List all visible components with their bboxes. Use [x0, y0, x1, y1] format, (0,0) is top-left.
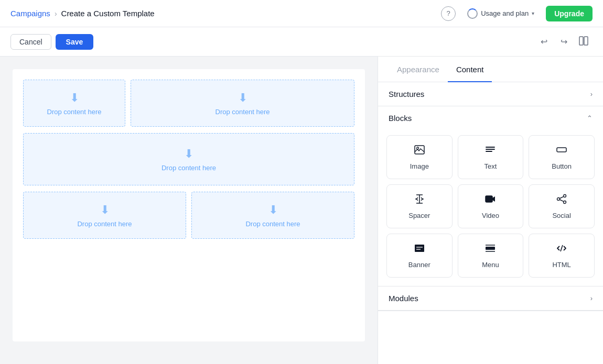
drop-row-1: ⬇ Drop content here ⬇ Drop content here [23, 80, 354, 127]
usage-plan-button[interactable]: Usage and plan ▾ [462, 5, 540, 22]
help-icon: ? [447, 9, 450, 17]
block-video[interactable]: Video [458, 184, 524, 228]
block-menu-label: Menu [482, 261, 499, 269]
modules-section-header[interactable]: Modules › [378, 286, 603, 311]
block-image[interactable]: Image [386, 135, 453, 179]
upgrade-button[interactable]: Upgrade [546, 6, 593, 21]
cancel-button[interactable]: Cancel [10, 34, 51, 50]
drop-row-3: ⬇ Drop content here ⬇ Drop content here [23, 192, 354, 239]
breadcrumb-campaigns[interactable]: Campaigns [10, 9, 50, 18]
block-video-label: Video [482, 212, 499, 219]
help-button[interactable]: ? [441, 6, 456, 21]
drop-label-4: Drop content here [77, 220, 132, 228]
svg-rect-7 [557, 148, 566, 152]
block-banner[interactable]: Banner [386, 234, 453, 278]
blocks-grid: Image Text [378, 130, 603, 286]
svg-rect-1 [584, 37, 588, 45]
drop-icon-4: ⬇ [100, 203, 110, 217]
text-icon [484, 144, 496, 158]
svg-rect-0 [579, 37, 583, 45]
undo-button[interactable]: ↩ [535, 33, 553, 51]
svg-rect-22 [486, 247, 495, 250]
structures-section-header[interactable]: Structures › [378, 82, 603, 106]
spacer-icon [414, 193, 425, 207]
redo-button[interactable]: ↪ [555, 33, 573, 51]
block-button-label: Button [552, 162, 572, 170]
structures-chevron-right-icon: › [590, 90, 593, 98]
svg-rect-19 [415, 245, 424, 252]
drop-label-3: Drop content here [161, 164, 216, 172]
tab-appearance[interactable]: Appearance [389, 57, 448, 82]
view-icon [578, 36, 589, 48]
svg-point-14 [564, 195, 566, 197]
blocks-chevron-up-icon: ⌃ [587, 114, 593, 122]
toolbar: Cancel Save ↩ ↪ [0, 27, 603, 57]
html-icon [556, 242, 567, 257]
block-html-label: HTML [552, 261, 570, 269]
blocks-section-header[interactable]: Blocks ⌃ [378, 106, 603, 130]
toolbar-right: ↩ ↪ [535, 33, 593, 51]
undo-icon: ↩ [541, 37, 547, 47]
svg-rect-13 [486, 196, 492, 202]
block-image-label: Image [410, 162, 429, 170]
drop-label-5: Drop content here [245, 220, 300, 228]
panel-content: Structures › Blocks ⌃ [378, 82, 603, 364]
drop-icon-3: ⬇ [184, 147, 193, 161]
banner-icon [414, 242, 425, 257]
blocks-title: Blocks [389, 114, 412, 123]
modules-chevron-right-icon: › [590, 294, 593, 302]
block-text-label: Text [484, 162, 497, 170]
top-nav-right: ? Usage and plan ▾ Upgrade [441, 5, 593, 22]
structures-title: Structures [389, 90, 424, 98]
drop-icon-2: ⬇ [238, 91, 247, 105]
panel-tabs: Appearance Content [378, 57, 603, 82]
chevron-down-icon: ▾ [532, 10, 534, 16]
usage-plan-icon [467, 8, 478, 19]
image-icon [414, 144, 425, 158]
svg-point-15 [557, 198, 560, 201]
toolbar-left: Cancel Save [10, 34, 93, 50]
breadcrumb: Campaigns › Create a Custom Template [10, 9, 155, 18]
drop-zone-5[interactable]: ⬇ Drop content here [191, 192, 354, 239]
top-nav: Campaigns › Create a Custom Template ? U… [0, 0, 603, 27]
block-social-label: Social [552, 212, 570, 219]
svg-point-3 [416, 147, 418, 149]
menu-icon [484, 242, 496, 257]
drop-label-1: Drop content here [47, 108, 102, 116]
view-toggle-button[interactable] [575, 33, 593, 51]
drop-label-2: Drop content here [216, 108, 270, 116]
main-layout: ⬇ Drop content here ⬇ Drop content here … [0, 57, 603, 364]
button-icon [556, 144, 567, 158]
drop-row-2: ⬇ Drop content here [23, 133, 354, 185]
block-menu[interactable]: Menu [458, 234, 524, 278]
block-spacer-label: Spacer [408, 212, 430, 219]
block-text[interactable]: Text [458, 135, 524, 179]
tab-content[interactable]: Content [448, 57, 492, 82]
svg-point-16 [564, 201, 566, 204]
right-panel: Appearance Content Structures › Blocks ⌃ [378, 57, 603, 364]
svg-line-25 [561, 245, 563, 251]
modules-title: Modules [389, 294, 418, 303]
drop-zone-4[interactable]: ⬇ Drop content here [23, 192, 186, 239]
drop-grid: ⬇ Drop content here ⬇ Drop content here … [23, 80, 354, 239]
block-social[interactable]: Social [529, 184, 595, 228]
drop-zone-2[interactable]: ⬇ Drop content here [131, 80, 354, 127]
drop-zone-3[interactable]: ⬇ Drop content here [23, 133, 354, 185]
page-title: Create a Custom Template [61, 9, 155, 18]
social-icon [556, 193, 567, 207]
save-button[interactable]: Save [56, 34, 94, 50]
video-icon [484, 193, 496, 207]
drop-icon-5: ⬇ [268, 203, 278, 217]
block-button[interactable]: Button [529, 135, 595, 179]
block-banner-label: Banner [408, 261, 430, 269]
blocks-section: Blocks ⌃ Image [378, 106, 603, 286]
block-spacer[interactable]: Spacer [386, 184, 453, 228]
canvas-area: ⬇ Drop content here ⬇ Drop content here … [0, 57, 378, 364]
drop-zone-1[interactable]: ⬇ Drop content here [23, 80, 125, 127]
canvas-inner: ⬇ Drop content here ⬇ Drop content here … [13, 69, 365, 341]
modules-section: Modules › [378, 286, 603, 311]
block-html[interactable]: HTML [529, 234, 595, 278]
redo-icon: ↪ [561, 37, 567, 47]
breadcrumb-separator: › [55, 9, 57, 18]
drop-icon-1: ⬇ [70, 91, 79, 105]
